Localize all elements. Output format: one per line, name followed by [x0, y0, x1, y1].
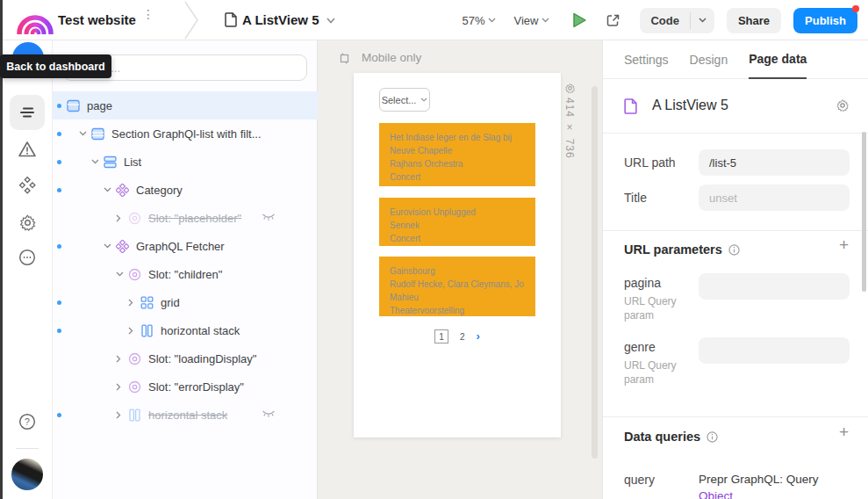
query-object-link[interactable]: Object: [699, 489, 733, 499]
chevron-down-icon[interactable]: [79, 131, 91, 136]
chevron-down-icon[interactable]: [116, 271, 128, 277]
url-parameters-header: URL parameters: [624, 242, 740, 257]
chevron-down-icon[interactable]: [104, 187, 116, 192]
genre-param-input[interactable]: [699, 337, 850, 364]
view-dropdown[interactable]: View: [513, 14, 549, 27]
rainbow-logo[interactable]: [16, 6, 54, 34]
tree-item-list[interactable]: List: [53, 148, 318, 176]
panel-scrollbar[interactable]: [862, 132, 866, 292]
share-button[interactable]: Share: [727, 8, 781, 33]
tree-item-category[interactable]: Category: [53, 176, 318, 204]
pagination-page-2[interactable]: 2: [460, 332, 465, 342]
add-url-parameter-button[interactable]: +: [839, 239, 849, 251]
tab-page-data[interactable]: Page data: [749, 40, 807, 79]
inspector-tabs: Settings Design Page data: [603, 40, 868, 79]
chevron-right-icon[interactable]: [116, 355, 128, 363]
title-input[interactable]: [699, 184, 850, 211]
zoom-value: 57%: [462, 14, 484, 27]
help-icon: ?: [18, 412, 37, 431]
back-to-dashboard-tooltip: Back to dashboard: [0, 54, 111, 78]
add-data-query-button[interactable]: +: [839, 426, 849, 438]
eye-off-icon[interactable]: [262, 409, 276, 418]
sidebar-item-feedback[interactable]: [10, 240, 45, 275]
tree-item-graphql-fetcher[interactable]: GraphQL Fetcher: [53, 232, 318, 260]
page-settings-gear-icon[interactable]: [836, 98, 850, 112]
modified-dot: [57, 132, 61, 136]
page-layout-icon: [67, 99, 80, 112]
tab-design[interactable]: Design: [690, 40, 728, 79]
url-path-input[interactable]: [699, 149, 850, 176]
component-icon: [116, 240, 129, 253]
frame-settings-gear-icon[interactable]: [564, 83, 576, 94]
user-avatar[interactable]: [11, 459, 43, 490]
modified-dot: [57, 244, 61, 249]
canvas-scrollbar[interactable]: [592, 86, 598, 459]
tree-item-horizontal-stack-hidden[interactable]: horizontal stack: [53, 401, 318, 429]
genre-select-dropdown[interactable]: Select...: [379, 88, 430, 112]
pagina-param-input[interactable]: [699, 273, 850, 300]
site-name: Test website: [58, 12, 136, 27]
event-card[interactable]: Het Indiase leger en de Slag bij Neuve C…: [379, 123, 535, 186]
modified-dot: [57, 160, 61, 164]
tree-item-slot-children[interactable]: Slot: "children": [53, 260, 318, 288]
frame-label[interactable]: Mobile only: [362, 51, 421, 64]
info-icon: [728, 244, 740, 256]
open-external-icon[interactable]: [606, 13, 621, 28]
layer-tree: page Section GraphQl-list with filt... L…: [53, 91, 318, 429]
frame-size-tag: 414 × 736: [563, 83, 576, 159]
eye-off-icon[interactable]: [262, 213, 276, 221]
pagination-current[interactable]: 1: [434, 329, 448, 344]
layer-tree-panel: page Section GraphQl-list with filt... L…: [53, 40, 318, 499]
event-card[interactable]: Eurovision Unplugged Sennek Concert: [379, 198, 535, 246]
grid-icon: [140, 296, 154, 309]
breadcrumb-page-name[interactable]: A ListView 5: [242, 12, 319, 27]
zoom-dropdown[interactable]: 57%: [462, 14, 496, 27]
tree-item-slot-errordisplay[interactable]: Slot: "errorDisplay": [53, 372, 318, 401]
tree-item-slot-loadingdisplay[interactable]: Slot: "loadingDisplay": [53, 344, 318, 372]
code-chevron-down-icon[interactable]: [691, 8, 714, 33]
sidebar-item-outline[interactable]: [10, 95, 45, 130]
chevron-down-icon: [488, 18, 496, 23]
page-switcher-chevron-down-icon[interactable]: [326, 18, 335, 24]
chevron-right-icon[interactable]: [128, 327, 140, 335]
param-type: URL Query param: [624, 294, 677, 322]
gear-icon: [18, 213, 37, 232]
help-button[interactable]: ?: [10, 404, 45, 439]
chevron-down-icon[interactable]: [91, 159, 104, 164]
site-menu-kebab-icon[interactable]: ⋮: [142, 11, 154, 18]
data-queries-header: Data queries: [624, 430, 718, 444]
modified-dot: [57, 188, 61, 192]
sidebar-item-components[interactable]: [10, 168, 45, 203]
mobile-preview-frame[interactable]: Select... Het Indiase leger en de Slag b…: [354, 73, 561, 438]
chevron-down-icon: [542, 18, 549, 23]
tree-item-horizontal-stack[interactable]: horizontal stack: [53, 316, 318, 344]
horizontal-stack-icon: [128, 409, 141, 422]
event-card[interactable]: Gainsbourg Rudolf Hecke, Clara Cleymans,…: [379, 257, 535, 316]
chevron-down-icon[interactable]: [104, 243, 116, 249]
section-layout-icon: [91, 127, 104, 141]
component-icon: [116, 184, 129, 197]
sidebar-item-settings[interactable]: [10, 205, 45, 240]
publish-button[interactable]: Publish: [793, 8, 857, 33]
sidebar-item-issues[interactable]: [10, 132, 45, 167]
tree-item-slot-placeholder[interactable]: Slot: "placeholder": [53, 204, 318, 232]
preview-play-icon[interactable]: [570, 11, 588, 29]
editor-canvas[interactable]: Mobile only Select... Het Indiase leger …: [318, 40, 602, 499]
chevron-right-icon[interactable]: [128, 299, 140, 307]
chevron-right-icon[interactable]: [116, 214, 128, 222]
tree-item-page[interactable]: page: [53, 91, 318, 119]
title-label: Title: [624, 191, 647, 205]
pagination-next-arrow[interactable]: ›: [477, 332, 480, 341]
tree-item-section[interactable]: Section GraphQl-list with filt...: [53, 119, 318, 148]
tab-settings[interactable]: Settings: [624, 40, 669, 79]
view-label: View: [513, 14, 538, 27]
chevron-right-icon[interactable]: [116, 383, 128, 391]
chevron-right-icon[interactable]: [116, 411, 128, 419]
code-button[interactable]: Code: [640, 8, 690, 33]
info-icon: [707, 431, 718, 443]
param-type: URL Query param: [624, 358, 677, 387]
svg-text:?: ?: [25, 416, 30, 427]
slot-icon: [128, 352, 141, 365]
tree-item-grid[interactable]: grid: [53, 288, 318, 316]
warning-icon: [18, 140, 37, 159]
